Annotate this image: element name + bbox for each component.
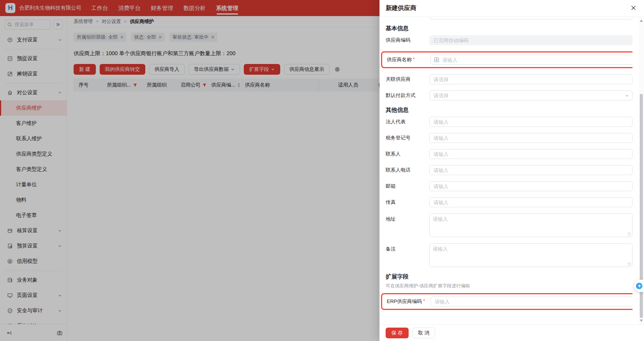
scroll-down-icon[interactable] [640,320,643,322]
field-label: 地址 [386,213,429,223]
create-supplier-drawer: 新建供应商 基本信息 供应商编码 供应商名称* 关联供应商 [380,0,644,341]
erp-code-field[interactable] [430,297,632,307]
field-label: 传真 [386,199,429,206]
address-textarea[interactable] [429,213,632,237]
fax-field[interactable] [429,197,632,207]
contact-phone-field[interactable] [429,165,632,175]
supplier-code-input [433,37,629,44]
resize-grip-icon[interactable] [628,233,631,236]
payment-method-input[interactable] [433,92,623,99]
field-label: ERP供应商编码* [387,298,430,305]
field-label: 供应商编码 [386,37,429,44]
drawer-footer: 保 存 取 消 [380,325,644,341]
fax-input[interactable] [433,199,629,206]
erp-code-input[interactable] [434,298,630,305]
field-label: 备注 [386,243,429,252]
drawer-title: 新建供应商 [386,4,416,12]
field-label: 法人代表 [386,118,429,125]
form-row-erp-code-highlighted: ERP供应商编码* [381,293,632,310]
section-basic-info: 基本信息 [386,25,632,32]
drawer-header: 新建供应商 [380,0,644,17]
contact-field[interactable] [429,149,632,159]
field-label: 税务登记号 [386,134,429,141]
drawer-body: 基本信息 供应商编码 供应商名称* 关联供应商 [380,17,632,325]
contact-phone-input[interactable] [433,167,629,174]
ai-assistant-button[interactable] [634,280,644,292]
form-row-fax: 传真 [386,197,632,207]
form-row-payment-method: 默认付款方式 [386,90,632,100]
remark-textarea[interactable] [429,243,632,267]
field-label: 联系人电话 [386,167,429,174]
close-icon[interactable] [631,5,636,11]
extended-fields-description: 可在供应商维护-供应商扩展字段进行编辑 [386,283,632,289]
field-label: 联系人 [386,151,429,157]
drawer-resize-handle[interactable] [377,164,379,173]
related-supplier-select[interactable] [429,74,632,84]
required-asterisk: * [423,298,425,305]
email-input[interactable] [433,183,629,190]
email-field[interactable] [429,181,632,191]
tax-no-input[interactable] [433,135,629,141]
button-label: 取 消 [418,330,430,336]
app-root: H 合肥利夫生物科技有限公司 工作台 消费平台 财务管理 数据分析 系统管理 支… [0,0,644,341]
scroll-up-icon[interactable] [640,20,643,22]
button-label: 保 存 [391,330,403,336]
form-row-address: 地址 [386,213,632,237]
related-supplier-input[interactable] [433,76,629,83]
cancel-button[interactable]: 取 消 [412,328,435,338]
field-label: 供应商名称* [387,56,430,63]
form-row-supplier-code: 供应商编码 [386,35,632,45]
resize-grip-icon[interactable] [628,262,631,266]
clipped-field-input[interactable] [433,17,629,18]
form-row-supplier-name-highlighted: 供应商名称* [381,51,632,68]
field-label: 关联供应商 [386,76,429,83]
payment-method-select[interactable] [429,90,632,100]
save-button[interactable]: 保 存 [386,328,409,338]
field-label: 默认付款方式 [386,92,429,99]
ai-assistant-icon [636,283,642,289]
legal-rep-input[interactable] [433,119,629,125]
chevron-down-icon [625,93,629,98]
section-extended-fields: 扩展字段 [386,273,632,280]
section-other-info: 其他信息 [386,107,632,114]
form-row-remark: 备注 [386,243,632,267]
form-row-email: 邮箱 [386,181,632,191]
form-row-related-supplier: 关联供应商 [386,74,632,84]
form-row-tax-no: 税务登记号 [386,133,632,143]
contact-input[interactable] [433,151,629,157]
form-row-legal-rep: 法人代表 [386,117,632,127]
name-badge-icon [434,57,439,62]
supplier-name-input[interactable] [442,57,630,63]
drawer-scrollbar[interactable] [639,17,644,324]
supplier-name-field[interactable] [430,55,632,65]
supplier-code-field [429,35,632,45]
field-label: 邮箱 [386,183,429,190]
clipped-field[interactable] [429,17,632,20]
legal-rep-field[interactable] [429,117,632,127]
tax-no-field[interactable] [429,133,632,143]
required-asterisk: * [413,56,415,63]
form-row-contact-phone: 联系人电话 [386,165,632,175]
form-row-contact: 联系人 [386,149,632,159]
